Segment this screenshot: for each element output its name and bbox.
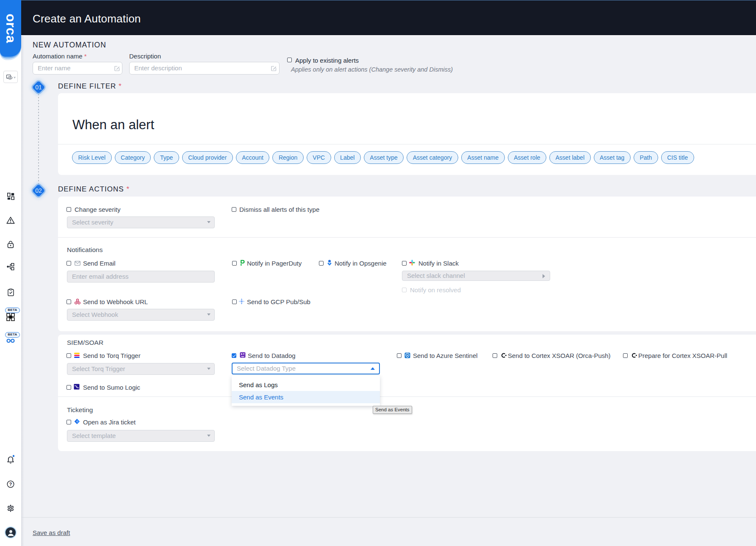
svg-text:?: ? <box>9 482 12 487</box>
